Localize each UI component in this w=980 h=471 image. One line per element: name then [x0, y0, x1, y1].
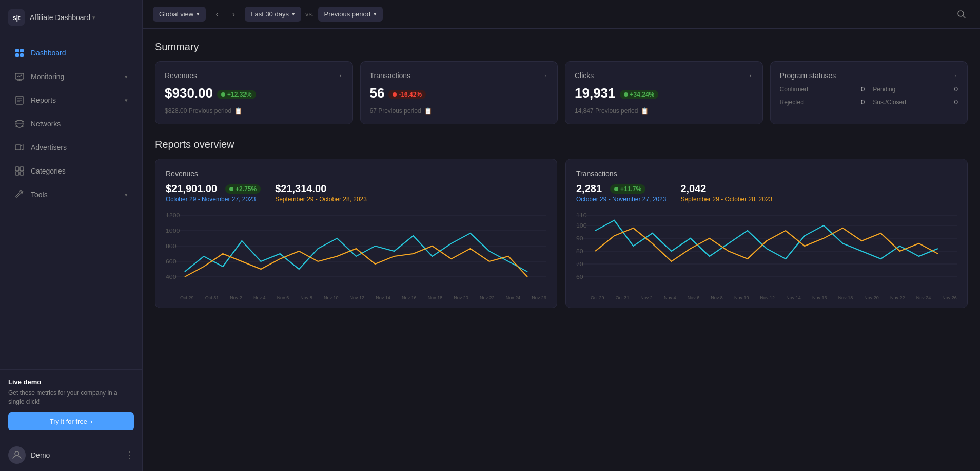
sidebar-item-categories[interactable]: Categories	[4, 160, 138, 182]
clipboard-icon: 📋	[424, 107, 432, 115]
dashboard-icon	[14, 48, 25, 58]
program-statuses-card: Program statuses → Confirmed 0 Pending 0…	[770, 61, 968, 124]
summary-cards: Revenues → $930.00 +12.32% $828.00 Previ…	[155, 61, 968, 124]
svg-rect-2	[15, 53, 19, 57]
svg-point-13	[958, 11, 964, 16]
sidebar-item-advertisers[interactable]: Advertisers	[4, 136, 138, 159]
svg-text:100: 100	[576, 223, 587, 229]
transactions-current-stat: 2,281 +11.7% October 29 - November 27, 2…	[576, 183, 666, 203]
sidebar-item-dashboard[interactable]: Dashboard	[4, 42, 138, 64]
revenues-prev-date: September 29 - October 28, 2023	[275, 196, 367, 203]
svg-text:800: 800	[166, 243, 177, 249]
status-grid: Confirmed 0 Pending 0 Rejected 0 Sus./Cl…	[780, 85, 958, 106]
chevron-down-icon: ▾	[125, 73, 128, 80]
networks-icon	[14, 119, 25, 129]
svg-rect-0	[15, 49, 19, 52]
transactions-chart-area: 110 100 90 80 70 60 Oct 29 Oct 31	[576, 210, 957, 300]
svg-text:400: 400	[166, 274, 177, 280]
program-statuses-arrow[interactable]: →	[950, 71, 958, 80]
revenues-value: $930.00	[165, 85, 213, 101]
compare-period-button[interactable]: Previous period ▾	[318, 7, 383, 22]
revenues-badge: +12.32%	[217, 90, 256, 99]
status-rejected: Rejected 0	[780, 98, 865, 106]
svg-text:600: 600	[166, 259, 177, 265]
transactions-chart-title: Transactions	[576, 169, 957, 178]
promo-section: Live demo Get these metrics for your com…	[0, 369, 142, 439]
clicks-badge: +34.24%	[620, 90, 659, 99]
revenues-sub: $828.00 Previous period 📋	[165, 107, 343, 115]
revenues-chart-card: Revenues $21,901.00 +2.75% October 29 - …	[155, 159, 557, 308]
topbar: Global view ▾ ‹ › Last 30 days ▾ vs. Pre…	[143, 0, 980, 29]
clicks-value: 19,931	[575, 85, 616, 101]
revenues-chart-area: 1200 1000 800 600 400 Oct 29 Oct 31	[166, 210, 546, 300]
svg-rect-7	[15, 145, 21, 150]
sidebar-item-label: Networks	[31, 120, 61, 128]
chevron-down-icon: ▾	[292, 11, 295, 17]
vs-label: vs.	[305, 10, 314, 18]
transactions-chart-stats: 2,281 +11.7% October 29 - November 27, 2…	[576, 183, 957, 203]
tools-icon	[14, 190, 25, 200]
sidebar-item-label: Tools	[31, 191, 48, 199]
revenues-chart-badge: +2.75%	[225, 184, 261, 194]
next-period-button[interactable]: ›	[226, 7, 241, 22]
reports-charts: Revenues $21,901.00 +2.75% October 29 - …	[155, 159, 968, 308]
search-button[interactable]	[953, 6, 970, 23]
sidebar-item-label: Monitoring	[31, 72, 64, 81]
svg-rect-8	[15, 167, 19, 171]
revenues-current-stat: $21,901.00 +2.75% October 29 - November …	[166, 183, 261, 203]
user-section: Demo ⋮	[0, 439, 142, 471]
transactions-card: Transactions → 56 -16.42% 67 Previous pe…	[360, 61, 558, 124]
svg-text:1200: 1200	[166, 213, 180, 218]
status-pending: Pending 0	[873, 85, 958, 93]
revenues-current-date: October 29 - November 27, 2023	[166, 196, 261, 203]
svg-rect-10	[15, 172, 19, 175]
reports-overview-title: Reports overview	[155, 139, 968, 150]
date-range-button[interactable]: Last 30 days ▾	[245, 7, 301, 22]
sidebar-item-monitoring[interactable]: Monitoring ▾	[4, 65, 138, 88]
transactions-prev-stat: 2,042 September 29 - October 28, 2023	[680, 183, 772, 203]
chevron-down-icon: ▾	[125, 192, 128, 198]
svg-text:1000: 1000	[166, 228, 180, 234]
summary-title: Summary	[155, 41, 968, 53]
transactions-card-title: Transactions	[370, 71, 411, 80]
sidebar: s|t Affiliate Dashboard ▾ Dashboard Moni…	[0, 0, 143, 471]
app-title: Affiliate Dashboard ▾	[30, 13, 95, 22]
clicks-sub: 14,847 Previous period 📋	[575, 107, 753, 115]
status-suspended: Sus./Closed 0	[873, 98, 958, 106]
revenues-card-title: Revenues	[165, 71, 197, 80]
chevron-down-icon: ▾	[92, 14, 95, 21]
content-area: Summary Revenues → $930.00 +12.32% $828.…	[143, 29, 980, 471]
sidebar-item-reports[interactable]: Reports ▾	[4, 89, 138, 111]
try-free-button[interactable]: Try it for free ›	[8, 412, 134, 430]
global-view-button[interactable]: Global view ▾	[153, 7, 206, 22]
svg-point-12	[15, 451, 19, 456]
clicks-arrow-icon[interactable]: →	[745, 71, 753, 80]
chevron-down-icon: ▾	[374, 11, 377, 17]
user-menu-icon[interactable]: ⋮	[125, 449, 134, 461]
transactions-value: 56	[370, 85, 385, 101]
program-statuses-title: Program statuses	[780, 71, 836, 80]
svg-rect-1	[20, 49, 24, 52]
revenues-arrow-icon[interactable]: →	[335, 71, 343, 80]
chevron-down-icon: ▾	[125, 97, 128, 104]
revenues-chart-title: Revenues	[166, 169, 546, 178]
chevron-down-icon: ▾	[197, 11, 200, 17]
transactions-chart-badge: +11.7%	[610, 184, 645, 194]
status-confirmed: Confirmed 0	[780, 85, 865, 93]
negative-indicator	[393, 92, 397, 97]
reports-icon	[14, 95, 25, 105]
user-name: Demo	[31, 451, 120, 459]
sidebar-item-label: Advertisers	[31, 143, 67, 152]
promo-text: Get these metrics for your company in a …	[8, 389, 134, 406]
transactions-badge: -16.42%	[388, 90, 426, 99]
sidebar-item-tools[interactable]: Tools ▾	[4, 183, 138, 206]
clicks-card-title: Clicks	[575, 71, 594, 80]
svg-text:90: 90	[576, 236, 583, 241]
clipboard-icon: 📋	[234, 107, 242, 115]
svg-text:70: 70	[576, 261, 583, 267]
prev-period-button[interactable]: ‹	[210, 7, 224, 22]
sidebar-item-networks[interactable]: Networks	[4, 112, 138, 135]
arrow-right-icon: ›	[90, 418, 92, 425]
transactions-arrow-icon[interactable]: →	[540, 71, 548, 80]
clipboard-icon: 📋	[641, 107, 649, 115]
